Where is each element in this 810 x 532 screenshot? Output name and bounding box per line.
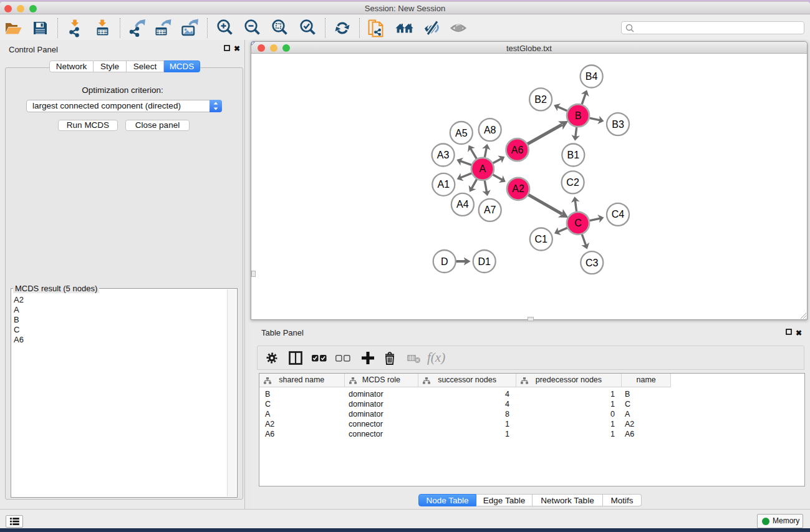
svg-text:A2: A2 — [512, 183, 524, 194]
svg-text:D1: D1 — [478, 256, 491, 267]
svg-text:B2: B2 — [534, 94, 547, 105]
svg-text:B1: B1 — [567, 150, 580, 160]
svg-text:A6: A6 — [511, 145, 524, 155]
svg-text:A8: A8 — [484, 125, 496, 135]
svg-text:C1: C1 — [535, 234, 548, 244]
svg-text:C2: C2 — [566, 177, 579, 188]
svg-text:B4: B4 — [586, 71, 598, 82]
svg-text:C: C — [574, 218, 582, 228]
svg-text:A: A — [480, 163, 486, 174]
svg-text:A1: A1 — [438, 179, 450, 190]
svg-text:C4: C4 — [612, 209, 625, 220]
svg-text:A7: A7 — [484, 205, 496, 215]
svg-text:B: B — [575, 110, 582, 121]
svg-text:A3: A3 — [437, 150, 450, 160]
svg-text:C3: C3 — [586, 258, 599, 268]
svg-text:A5: A5 — [455, 128, 468, 138]
svg-text:B3: B3 — [612, 119, 624, 130]
svg-text:D: D — [441, 256, 448, 267]
svg-text:A4: A4 — [456, 199, 469, 210]
